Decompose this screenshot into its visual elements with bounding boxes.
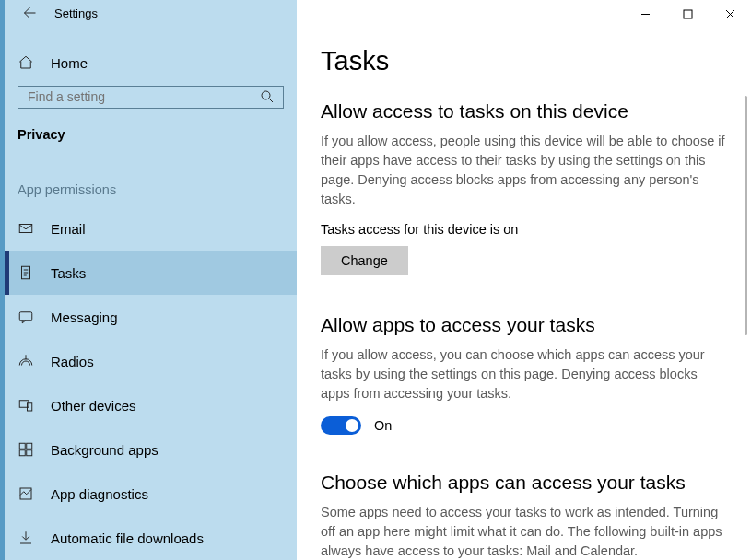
section1-heading: Allow access to tasks on this device xyxy=(321,100,727,122)
sidebar-item-other-devices[interactable]: Other devices xyxy=(5,383,297,427)
background-apps-icon xyxy=(18,441,34,458)
sidebar-item-label: Email xyxy=(51,221,86,237)
back-button[interactable] xyxy=(16,0,41,26)
apps-access-toggle[interactable] xyxy=(321,416,361,435)
window-controls xyxy=(624,0,751,28)
sidebar-item-radios[interactable]: Radios xyxy=(5,339,297,383)
section3-heading: Choose which apps can access your tasks xyxy=(321,472,727,494)
sidebar-item-label: Other devices xyxy=(51,398,136,414)
content-scrollbar[interactable] xyxy=(745,96,747,335)
search-icon xyxy=(259,88,276,105)
devices-icon xyxy=(18,397,34,414)
maximize-button[interactable] xyxy=(666,0,709,28)
sidebar-item-app-diagnostics[interactable]: App diagnostics xyxy=(5,472,297,516)
section3-desc: Some apps need to access your tasks to w… xyxy=(321,503,727,560)
sidebar-item-label: Radios xyxy=(51,354,94,369)
sidebar-item-label: Background apps xyxy=(51,442,158,458)
section1-desc: If you allow access, people using this d… xyxy=(321,132,727,209)
svg-rect-9 xyxy=(27,450,32,456)
sidebar-item-label: Tasks xyxy=(51,265,86,281)
home-label: Home xyxy=(51,55,88,71)
sidebar-item-auto-downloads[interactable]: Automatic file downloads xyxy=(5,516,297,560)
sidebar-item-label: Messaging xyxy=(51,309,118,325)
section2-desc: If you allow access, you can choose whic… xyxy=(321,345,727,403)
svg-rect-6 xyxy=(19,443,25,449)
change-button[interactable]: Change xyxy=(321,246,408,275)
svg-rect-1 xyxy=(19,225,32,233)
device-access-status: Tasks access for this device is on xyxy=(321,222,727,237)
radios-icon xyxy=(18,353,34,369)
svg-point-0 xyxy=(262,91,270,99)
sidebar-item-email[interactable]: Email xyxy=(5,206,297,251)
svg-rect-11 xyxy=(684,10,692,18)
email-icon xyxy=(18,220,34,237)
page-title: Tasks xyxy=(321,46,727,76)
titlebar: Settings xyxy=(5,0,297,26)
minimize-button[interactable] xyxy=(624,0,666,28)
sidebar-nav: Email Tasks Messaging Radios Other devic… xyxy=(5,206,297,560)
section2-heading: Allow apps to access your tasks xyxy=(321,314,727,336)
svg-rect-7 xyxy=(27,443,32,449)
sidebar-category: Privacy xyxy=(5,109,297,142)
home-icon xyxy=(18,54,34,71)
diagnostics-icon xyxy=(18,485,34,502)
search-box[interactable] xyxy=(18,86,284,109)
search-input[interactable] xyxy=(28,89,259,104)
svg-rect-8 xyxy=(19,450,25,456)
messaging-icon xyxy=(18,309,34,325)
close-button[interactable] xyxy=(709,0,751,28)
window-title: Settings xyxy=(54,6,98,20)
content-pane: Tasks Allow access to tasks on this devi… xyxy=(297,0,751,560)
sidebar-item-label: Automatic file downloads xyxy=(51,531,204,546)
tasks-icon xyxy=(18,264,34,281)
download-icon xyxy=(18,530,34,546)
settings-sidebar: Settings Home Privacy App permissions Em… xyxy=(0,0,297,560)
svg-rect-3 xyxy=(19,312,32,321)
sidebar-item-background-apps[interactable]: Background apps xyxy=(5,427,297,472)
sidebar-item-messaging[interactable]: Messaging xyxy=(5,295,297,339)
sidebar-subhead: App permissions xyxy=(5,142,297,203)
sidebar-home[interactable]: Home xyxy=(5,50,297,76)
apps-access-toggle-label: On xyxy=(374,418,392,433)
sidebar-item-label: App diagnostics xyxy=(51,486,148,502)
sidebar-item-tasks[interactable]: Tasks xyxy=(5,251,297,295)
back-arrow-icon xyxy=(20,5,37,21)
